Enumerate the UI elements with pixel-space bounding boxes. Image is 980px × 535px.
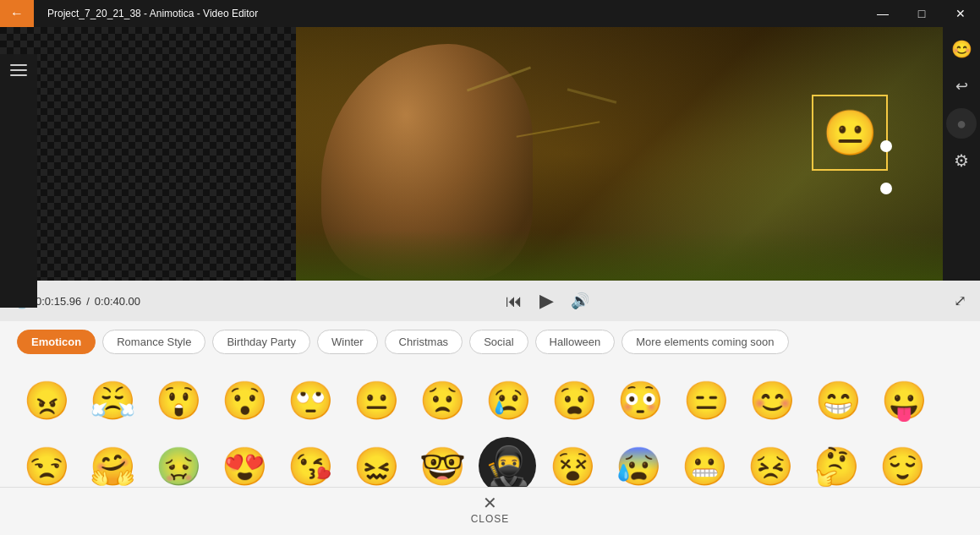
titlebar: ← Project_7_20_21_38 - Animotica - Video… xyxy=(0,0,980,27)
undo-icon[interactable]: ↩ xyxy=(946,71,977,101)
minimize-button[interactable]: — xyxy=(863,0,902,27)
category-romance[interactable]: Romance Style xyxy=(102,330,205,354)
window-title: Project_7_20_21_38 - Animotica - Video E… xyxy=(47,8,258,19)
emoji-crossed[interactable]: 😵 xyxy=(543,437,602,487)
emoji-angry[interactable]: 😠 xyxy=(17,371,76,430)
emoji-row-2: 😒 🤗 🤢 😍 😘 😖 🤓 🥷 😵 😰 😬 😣 🤔 😌 xyxy=(17,437,963,487)
menu-line xyxy=(10,69,27,71)
emoji-cry[interactable]: 😢 xyxy=(479,371,538,430)
close-area: ✕ CLOSE xyxy=(0,487,980,535)
emoji-cold-sweat[interactable]: 😰 xyxy=(609,437,668,487)
back-button[interactable]: ← xyxy=(0,0,34,27)
emoji-confounded[interactable]: 😖 xyxy=(347,437,406,487)
video-frame: 😐 xyxy=(296,27,980,281)
emoji-persevering[interactable]: 😣 xyxy=(741,437,800,487)
right-sidebar: 😊 ↩ ● ⚙ xyxy=(943,27,980,281)
emoji-eyeroll[interactable]: 🙄 xyxy=(281,371,340,430)
emoji-unamused[interactable]: 😒 xyxy=(17,437,76,487)
time-total: 0:0:40.00 xyxy=(95,295,140,308)
video-canvas[interactable]: 😐 😊 ↩ ● ⚙ xyxy=(0,27,980,281)
emoji-astonished[interactable]: 😲 xyxy=(149,371,208,430)
category-christmas[interactable]: Christmas xyxy=(385,330,463,354)
skip-back-button[interactable]: ⏮ xyxy=(506,292,523,311)
category-birthday[interactable]: Birthday Party xyxy=(212,330,310,354)
emoji-grin[interactable]: 😁 xyxy=(808,371,868,430)
bottom-gradient xyxy=(296,230,980,281)
emoji-grimacing[interactable]: 😬 xyxy=(675,437,734,487)
emoji-triumph[interactable]: 😤 xyxy=(83,371,142,430)
emoji-worried[interactable]: 😟 xyxy=(413,371,472,430)
close-button[interactable]: ✕ xyxy=(941,0,980,27)
resize-handle-br[interactable] xyxy=(880,140,892,152)
emoji-flushed[interactable]: 😳 xyxy=(610,371,670,430)
playback-controls: ⏮ ▶ 🔊 xyxy=(154,290,940,312)
emoji-hushed[interactable]: 😯 xyxy=(215,371,274,430)
emoji-panel-icon[interactable]: 😊 xyxy=(946,34,977,64)
time-current: 0:0:15.96 xyxy=(36,295,81,308)
emoji-neutral[interactable]: 😐 xyxy=(347,371,406,430)
category-social[interactable]: Social xyxy=(469,330,528,354)
settings-icon[interactable]: ⚙ xyxy=(946,145,977,176)
main-area: 😐 😊 ↩ ● ⚙ 🕐 0:0:15.96 / 0:0:40.00 ⏮ ▶ 🔊 … xyxy=(0,27,980,535)
emoji-ninja[interactable]: 🥷 xyxy=(479,437,536,487)
emoji-hugging[interactable]: 🤗 xyxy=(83,437,142,487)
window-controls: — □ ✕ xyxy=(863,0,980,27)
overlay-emoji: 😐 xyxy=(823,111,878,155)
emoji-stuck-out-tongue[interactable]: 😛 xyxy=(874,371,933,430)
maximize-button[interactable]: □ xyxy=(902,0,941,27)
category-winter[interactable]: Winter xyxy=(317,330,378,354)
category-emoticon[interactable]: Emoticon xyxy=(17,330,96,354)
volume-button[interactable]: 🔊 xyxy=(571,292,589,310)
emoji-kissing-heart[interactable]: 😘 xyxy=(281,437,340,487)
emoji-overlay-box[interactable]: 😐 xyxy=(812,95,888,171)
left-sidebar xyxy=(0,54,37,308)
emoji-nauseated[interactable]: 🤢 xyxy=(149,437,208,487)
time-separator: / xyxy=(86,295,90,308)
close-x-icon: ✕ xyxy=(483,494,497,511)
menu-line xyxy=(10,74,27,76)
emoji-row-1: 😠 😤 😲 😯 🙄 😐 😟 😢 😧 😳 😑 😊 😁 😛 xyxy=(17,371,963,430)
emoji-grid: 😠 😤 😲 😯 🙄 😐 😟 😢 😧 😳 😑 😊 😁 😛 😒 🤗 🤢 😍 😘 😖 … xyxy=(0,363,980,487)
menu-line xyxy=(10,64,27,66)
menu-button[interactable] xyxy=(10,64,27,76)
emoji-relieved[interactable]: 😌 xyxy=(873,437,932,487)
dark-circle-icon: ● xyxy=(946,108,977,139)
controls-bar: 🕐 0:0:15.96 / 0:0:40.00 ⏮ ▶ 🔊 ⤢ xyxy=(0,281,980,321)
category-more[interactable]: More elements coming soon xyxy=(621,330,788,354)
emoji-thinking[interactable]: 🤔 xyxy=(807,437,866,487)
category-halloween[interactable]: Halloween xyxy=(535,330,616,354)
resize-handle-bc[interactable] xyxy=(880,183,892,194)
categories-bar: Emoticon Romance Style Birthday Party Wi… xyxy=(0,321,980,363)
emoji-expressionless[interactable]: 😑 xyxy=(676,371,736,430)
emoji-heart-eyes[interactable]: 😍 xyxy=(215,437,274,487)
emoji-nerd[interactable]: 🤓 xyxy=(413,437,472,487)
play-button[interactable]: ▶ xyxy=(539,290,554,312)
emoji-smile[interactable]: 😊 xyxy=(742,371,802,430)
close-button[interactable]: ✕ CLOSE xyxy=(471,494,510,525)
emoji-anguished[interactable]: 😧 xyxy=(545,371,604,430)
fullscreen-button[interactable]: ⤢ xyxy=(954,292,966,310)
close-label: CLOSE xyxy=(471,513,510,525)
